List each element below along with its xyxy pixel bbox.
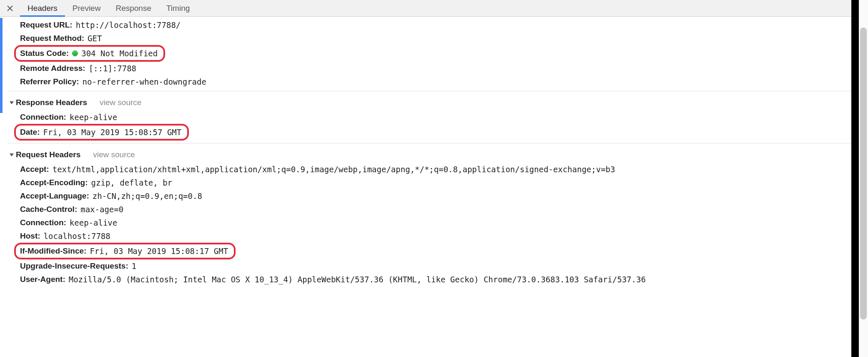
response-headers-section: Response Headers view source xyxy=(8,91,859,111)
triangle-down-icon xyxy=(10,101,14,105)
request-url-label: Request URL: xyxy=(20,18,73,32)
panel-divider[interactable] xyxy=(851,0,859,357)
response-connection-value: keep-alive xyxy=(70,111,117,124)
request-host-label: Host: xyxy=(20,229,40,243)
request-headers-disclosure[interactable] xyxy=(8,153,16,157)
request-connection-label: Connection: xyxy=(20,216,66,229)
response-headers-view-source[interactable]: view source xyxy=(100,95,141,111)
request-accept-label: Accept: xyxy=(20,163,49,176)
date-highlight: Date: Fri, 03 May 2019 15:08:57 GMT xyxy=(14,124,189,141)
remote-address-label: Remote Address: xyxy=(20,62,85,75)
request-accept-encoding-row: Accept-Encoding: gzip, deflate, br xyxy=(8,176,859,189)
request-if-modified-since-label: If-Modified-Since: xyxy=(20,244,86,258)
request-method-label: Request Method: xyxy=(20,32,84,45)
request-accept-value: text/html,application/xhtml+xml,applicat… xyxy=(53,163,615,176)
response-headers-title: Response Headers xyxy=(16,95,87,111)
request-if-modified-since-row: If-Modified-Since: Fri, 03 May 2019 15:0… xyxy=(8,243,859,259)
headers-content: Request URL: http://localhost:7788/ Requ… xyxy=(0,17,859,286)
general-request-url-row: Request URL: http://localhost:7788/ xyxy=(8,18,859,32)
request-connection-value: keep-alive xyxy=(70,216,117,229)
request-host-row: Host: localhost:7788 xyxy=(8,229,859,243)
request-headers-title: Request Headers xyxy=(16,147,80,163)
request-accept-language-value: zh-CN,zh;q=0.9,en;q=0.8 xyxy=(93,189,202,203)
status-code-highlight: Status Code: 304 Not Modified xyxy=(14,45,165,62)
close-icon xyxy=(7,5,13,11)
response-date-label: Date: xyxy=(20,126,40,139)
tab-timing[interactable]: Timing xyxy=(159,0,197,17)
request-upgrade-insecure-value: 1 xyxy=(132,259,136,273)
request-upgrade-insecure-row: Upgrade-Insecure-Requests: 1 xyxy=(8,259,859,273)
request-accept-encoding-label: Accept-Encoding: xyxy=(20,176,88,189)
request-method-value: GET xyxy=(88,32,102,45)
tab-preview[interactable]: Preview xyxy=(65,0,108,17)
request-accept-language-row: Accept-Language: zh-CN,zh;q=0.9,en;q=0.8 xyxy=(8,189,859,203)
response-connection-row: Connection: keep-alive xyxy=(8,111,859,124)
general-referrer-policy-row: Referrer Policy: no-referrer-when-downgr… xyxy=(8,75,859,88)
request-cache-control-label: Cache-Control: xyxy=(20,203,77,216)
request-cache-control-value: max-age=0 xyxy=(80,203,123,216)
request-accept-encoding-value: gzip, deflate, br xyxy=(91,176,172,189)
request-accept-language-label: Accept-Language: xyxy=(20,189,89,203)
referrer-policy-value: no-referrer-when-downgrade xyxy=(83,75,206,88)
request-user-agent-value: Mozilla/5.0 (Macintosh; Intel Mac OS X 1… xyxy=(69,273,646,286)
close-panel-button[interactable] xyxy=(3,0,17,17)
response-connection-label: Connection: xyxy=(20,111,66,124)
status-code-value: 304 Not Modified xyxy=(81,47,158,60)
remote-address-value: [::1]:7788 xyxy=(89,62,136,75)
request-host-value: localhost:7788 xyxy=(44,229,110,243)
response-date-value: Fri, 03 May 2019 15:08:57 GMT xyxy=(43,126,182,139)
tab-headers[interactable]: Headers xyxy=(20,0,65,17)
scrollbar-thumb[interactable] xyxy=(860,28,867,319)
request-user-agent-row: User-Agent: Mozilla/5.0 (Macintosh; Inte… xyxy=(8,273,859,286)
response-date-row: Date: Fri, 03 May 2019 15:08:57 GMT xyxy=(8,124,859,141)
request-headers-view-source[interactable]: view source xyxy=(93,147,135,163)
request-headers-section: Request Headers view source xyxy=(8,143,859,163)
request-cache-control-row: Cache-Control: max-age=0 xyxy=(8,203,859,216)
general-remote-address-row: Remote Address: [::1]:7788 xyxy=(8,62,859,75)
selection-indicator xyxy=(0,18,3,113)
request-connection-row: Connection: keep-alive xyxy=(8,216,859,229)
triangle-down-icon xyxy=(10,153,14,157)
response-headers-disclosure[interactable] xyxy=(8,101,16,105)
request-user-agent-label: User-Agent: xyxy=(20,273,65,286)
request-accept-row: Accept: text/html,application/xhtml+xml,… xyxy=(8,163,859,176)
if-modified-since-highlight: If-Modified-Since: Fri, 03 May 2019 15:0… xyxy=(14,243,236,259)
devtools-tab-bar: Headers Preview Response Timing xyxy=(0,0,859,17)
general-request-method-row: Request Method: GET xyxy=(8,32,859,45)
general-status-code-row: Status Code: 304 Not Modified xyxy=(8,45,859,62)
referrer-policy-label: Referrer Policy: xyxy=(20,75,79,88)
vertical-scrollbar[interactable] xyxy=(859,0,868,357)
status-code-label: Status Code: xyxy=(20,47,69,60)
request-url-value: http://localhost:7788/ xyxy=(76,18,181,32)
request-if-modified-since-value: Fri, 03 May 2019 15:08:17 GMT xyxy=(90,244,228,258)
tab-response[interactable]: Response xyxy=(108,0,159,17)
request-upgrade-insecure-label: Upgrade-Insecure-Requests: xyxy=(20,259,128,273)
status-dot-icon xyxy=(72,50,78,56)
